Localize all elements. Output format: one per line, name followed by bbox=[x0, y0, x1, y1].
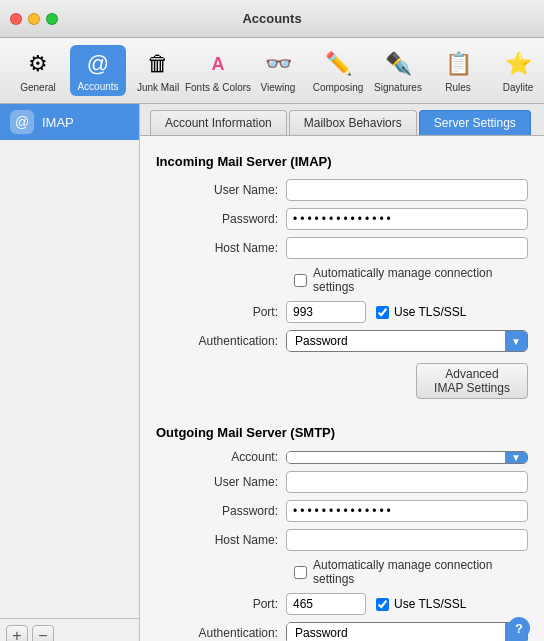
content-wrapper: Account Information Mailbox Behaviors Se… bbox=[140, 104, 544, 641]
signatures-icon: ✒️ bbox=[382, 48, 414, 80]
toolbar-item-daylite[interactable]: ⭐ Daylite bbox=[490, 44, 544, 97]
toolbar-item-viewing[interactable]: 👓 Viewing bbox=[250, 44, 306, 97]
sidebar-item-imap[interactable]: @ IMAP bbox=[0, 104, 139, 140]
incoming-password-input[interactable] bbox=[286, 208, 528, 230]
outgoing-username-label: User Name: bbox=[156, 475, 286, 489]
rules-icon: 📋 bbox=[442, 48, 474, 80]
incoming-password-label: Password: bbox=[156, 212, 286, 226]
incoming-section-title: Incoming Mail Server (IMAP) bbox=[156, 154, 528, 169]
toolbar-item-rules[interactable]: 📋 Rules bbox=[430, 44, 486, 97]
tab-bar: Account Information Mailbox Behaviors Se… bbox=[140, 104, 544, 136]
toolbar-label-rules: Rules bbox=[445, 82, 471, 93]
toolbar-label-accounts: Accounts bbox=[77, 81, 118, 92]
incoming-username-input[interactable] bbox=[286, 179, 528, 201]
incoming-hostname-label: Host Name: bbox=[156, 241, 286, 255]
outgoing-auth-value: Password bbox=[287, 623, 505, 641]
content-area: Account Information Mailbox Behaviors Se… bbox=[140, 104, 544, 641]
outgoing-account-label: Account: bbox=[156, 450, 286, 464]
tab-mailbox-behaviors[interactable]: Mailbox Behaviors bbox=[289, 110, 417, 135]
outgoing-auth-row: Authentication: Password ▼ bbox=[156, 622, 528, 641]
toolbar-item-fonts[interactable]: A Fonts & Colors bbox=[190, 44, 246, 97]
outgoing-account-dropdown-arrow[interactable]: ▼ bbox=[505, 452, 527, 463]
incoming-auth-value: Password bbox=[287, 331, 505, 351]
toolbar-label-viewing: Viewing bbox=[261, 82, 296, 93]
incoming-port-input[interactable] bbox=[286, 301, 366, 323]
incoming-hostname-input[interactable] bbox=[286, 237, 528, 259]
outgoing-auth-label: Authentication: bbox=[156, 626, 286, 640]
toolbar-item-composing[interactable]: ✏️ Composing bbox=[310, 44, 366, 97]
outgoing-port-label: Port: bbox=[156, 597, 286, 611]
sidebar-item-label: IMAP bbox=[42, 115, 74, 130]
viewing-icon: 👓 bbox=[262, 48, 294, 80]
outgoing-port-input[interactable] bbox=[286, 593, 366, 615]
incoming-auth-label: Authentication: bbox=[156, 334, 286, 348]
incoming-username-label: User Name: bbox=[156, 183, 286, 197]
sidebar: @ IMAP + − bbox=[0, 104, 140, 641]
toolbar-label-composing: Composing bbox=[313, 82, 364, 93]
incoming-tls-row: Use TLS/SSL bbox=[376, 305, 466, 319]
incoming-auto-manage-checkbox[interactable] bbox=[294, 274, 307, 287]
outgoing-username-input[interactable] bbox=[286, 471, 528, 493]
outgoing-tls-row: Use TLS/SSL bbox=[376, 597, 466, 611]
outgoing-password-input[interactable] bbox=[286, 500, 528, 522]
add-account-button[interactable]: + bbox=[6, 625, 28, 641]
incoming-port-label: Port: bbox=[156, 305, 286, 319]
outgoing-hostname-row: Host Name: bbox=[156, 529, 528, 551]
outgoing-hostname-input[interactable] bbox=[286, 529, 528, 551]
incoming-auth-select[interactable]: Password ▼ bbox=[286, 330, 528, 352]
help-button[interactable]: ? bbox=[508, 617, 530, 639]
incoming-password-row: Password: bbox=[156, 208, 528, 230]
advanced-btn-wrapper: Advanced IMAP Settings bbox=[286, 359, 528, 411]
main-area: @ IMAP + − Account Information Mailbox B… bbox=[0, 104, 544, 641]
incoming-auth-dropdown-arrow[interactable]: ▼ bbox=[505, 331, 527, 351]
outgoing-auth-select[interactable]: Password ▼ bbox=[286, 622, 528, 641]
toolbar-item-junk[interactable]: 🗑 Junk Mail bbox=[130, 44, 186, 97]
outgoing-username-row: User Name: bbox=[156, 471, 528, 493]
outgoing-password-label: Password: bbox=[156, 504, 286, 518]
toolbar-label-general: General bbox=[20, 82, 56, 93]
incoming-username-row: User Name: bbox=[156, 179, 528, 201]
minimize-button[interactable] bbox=[28, 13, 40, 25]
outgoing-auto-manage-label: Automatically manage connection settings bbox=[313, 558, 528, 586]
tab-server-settings[interactable]: Server Settings bbox=[419, 110, 531, 135]
outgoing-section-title: Outgoing Mail Server (SMTP) bbox=[156, 425, 528, 440]
outgoing-auto-manage-checkbox[interactable] bbox=[294, 566, 307, 579]
maximize-button[interactable] bbox=[46, 13, 58, 25]
daylite-icon: ⭐ bbox=[502, 48, 534, 80]
outgoing-port-row: Port: Use TLS/SSL bbox=[156, 593, 528, 615]
toolbar-item-accounts[interactable]: @ Accounts bbox=[70, 45, 126, 96]
outgoing-tls-checkbox[interactable] bbox=[376, 598, 389, 611]
form-content: Incoming Mail Server (IMAP) User Name: P… bbox=[140, 136, 544, 641]
fonts-icon: A bbox=[202, 48, 234, 80]
toolbar-label-junk: Junk Mail bbox=[137, 82, 179, 93]
outgoing-hostname-label: Host Name: bbox=[156, 533, 286, 547]
incoming-auto-manage-label: Automatically manage connection settings bbox=[313, 266, 528, 294]
outgoing-password-row: Password: bbox=[156, 500, 528, 522]
incoming-tls-checkbox[interactable] bbox=[376, 306, 389, 319]
imap-icon: @ bbox=[10, 110, 34, 134]
outgoing-account-value bbox=[287, 452, 505, 463]
toolbar-label-daylite: Daylite bbox=[503, 82, 534, 93]
toolbar-label-fonts: Fonts & Colors bbox=[185, 82, 251, 93]
window-title: Accounts bbox=[242, 11, 301, 26]
junkmail-icon: 🗑 bbox=[142, 48, 174, 80]
sidebar-list: @ IMAP bbox=[0, 104, 139, 618]
toolbar-label-signatures: Signatures bbox=[374, 82, 422, 93]
remove-account-button[interactable]: − bbox=[32, 625, 54, 641]
composing-icon: ✏️ bbox=[322, 48, 354, 80]
toolbar: ⚙ General @ Accounts 🗑 Junk Mail A Fonts… bbox=[0, 38, 544, 104]
toolbar-item-general[interactable]: ⚙ General bbox=[10, 44, 66, 97]
titlebar-buttons bbox=[10, 13, 58, 25]
incoming-hostname-row: Host Name: bbox=[156, 237, 528, 259]
outgoing-auto-manage-row: Automatically manage connection settings bbox=[156, 558, 528, 586]
titlebar: Accounts bbox=[0, 0, 544, 38]
sidebar-footer: + − bbox=[0, 618, 139, 641]
close-button[interactable] bbox=[10, 13, 22, 25]
toolbar-item-signatures[interactable]: ✒️ Signatures bbox=[370, 44, 426, 97]
accounts-icon: @ bbox=[83, 49, 113, 79]
outgoing-account-row: Account: ▼ bbox=[156, 450, 528, 464]
general-icon: ⚙ bbox=[22, 48, 54, 80]
tab-account-information[interactable]: Account Information bbox=[150, 110, 287, 135]
advanced-imap-button[interactable]: Advanced IMAP Settings bbox=[416, 363, 528, 399]
outgoing-account-select[interactable]: ▼ bbox=[286, 451, 528, 464]
